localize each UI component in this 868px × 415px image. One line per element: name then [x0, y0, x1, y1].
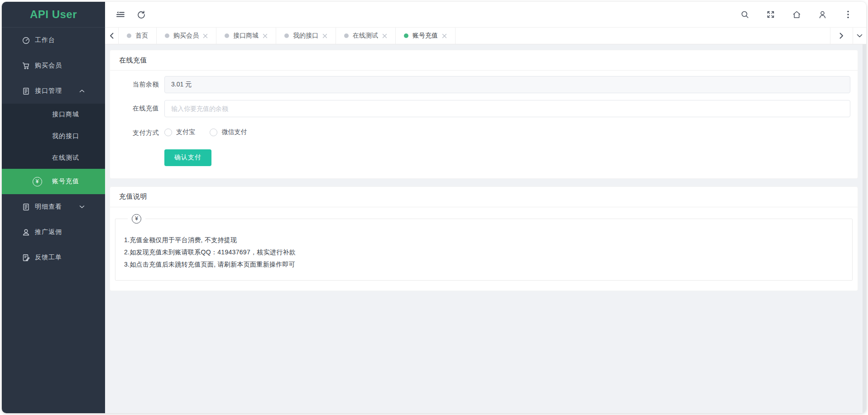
yen-circle-icon: ¥ [128, 214, 145, 224]
recharge-form: 当前余额 在线充值 支付方式 [110, 71, 858, 178]
sidebar-item-label: 在线测试 [52, 154, 79, 162]
radio-circle-icon [164, 129, 172, 136]
sidebar-item-label: 工作台 [35, 36, 55, 44]
home-icon[interactable] [792, 10, 801, 19]
tab-status-dot [165, 33, 169, 38]
tab-account-recharge[interactable]: 账号充值 [396, 28, 456, 44]
radio-label: 支付宝 [176, 128, 195, 136]
sidebar-item-label: 反馈工单 [35, 253, 62, 262]
sidebar-item-account-recharge[interactable]: ¥ 账号充值 [2, 169, 105, 194]
content-scrollbar[interactable] [863, 44, 866, 413]
chevron-down-icon [79, 205, 85, 209]
sidebar: API User 工作台 购买会员 接口管理 接口商城 [2, 2, 105, 413]
feedback-icon [22, 254, 30, 262]
chevron-up-icon [79, 89, 85, 93]
note-line-2: 2.如发现充值未到账请联系QQ：419437697，核实进行补款 [124, 246, 843, 258]
confirm-payment-button[interactable]: 确认支付 [164, 149, 211, 166]
tab-label: 接口商城 [233, 32, 259, 40]
tab-home[interactable]: 首页 [119, 28, 157, 44]
sidebar-item-label: 购买会员 [35, 62, 62, 70]
search-icon[interactable] [740, 10, 749, 19]
yen-circle-icon: ¥ [33, 177, 42, 186]
user-avatar-icon[interactable] [818, 10, 827, 19]
tab-label: 账号充值 [412, 32, 438, 40]
tab-status-dot [127, 33, 131, 38]
sidebar-item-label: 账号充值 [52, 177, 79, 186]
sidebar-item-label: 明细查看 [35, 203, 62, 211]
sidebar-item-label: 推广返佣 [35, 228, 62, 236]
sidebar-item-workbench[interactable]: 工作台 [2, 28, 105, 53]
card-title: 充值说明 [110, 187, 858, 207]
sidebar-item-label: 接口商城 [52, 110, 79, 119]
amount-label: 在线充值 [110, 105, 164, 113]
tab-label: 在线测试 [353, 32, 378, 40]
tab-my-apis[interactable]: 我的接口 [276, 28, 336, 44]
close-icon[interactable] [203, 33, 208, 38]
list-icon [22, 203, 30, 211]
payment-method-label: 支付方式 [110, 129, 164, 137]
wechat-pay-radio[interactable]: 微信支付 [210, 128, 247, 136]
tab-bar: 首页 购买会员 接口商城 我的接口 [105, 27, 866, 44]
current-balance-field[interactable] [164, 76, 850, 93]
sidebar-item-promotion-rebate[interactable]: 推广返佣 [2, 219, 105, 245]
top-bar [105, 2, 866, 27]
sidebar-item-label: 我的接口 [52, 132, 79, 140]
online-recharge-card: 在线充值 当前余额 在线充值 [110, 50, 858, 179]
cart-icon [22, 62, 30, 70]
fullscreen-icon[interactable] [766, 10, 775, 19]
notes-box: ¥ 1.充值金额仅用于平台消费, 不支持提现 2.如发现充值未到账请联系QQ：4… [115, 219, 853, 281]
tab-buy-membership[interactable]: 购买会员 [157, 28, 216, 44]
sidebar-item-feedback-ticket[interactable]: 反馈工单 [2, 245, 105, 270]
main-area: 首页 购买会员 接口商城 我的接口 [105, 2, 866, 413]
tab-api-store[interactable]: 接口商城 [216, 28, 276, 44]
tab-status-dot [225, 33, 229, 38]
collapse-sidebar-icon[interactable] [116, 10, 125, 19]
content-area: 在线充值 当前余额 在线充值 [105, 44, 866, 413]
more-kebab-icon[interactable] [844, 10, 853, 19]
card-title: 在线充值 [110, 50, 858, 71]
sidebar-item-api-store[interactable]: 接口商城 [2, 104, 105, 125]
tab-label: 购买会员 [173, 32, 199, 40]
app-window: API User 工作台 购买会员 接口管理 接口商城 [2, 2, 866, 413]
submenu-api-management: 接口商城 我的接口 在线测试 ¥ 账号充值 [2, 104, 105, 194]
sidebar-item-details-view[interactable]: 明细查看 [2, 194, 105, 219]
user-icon [22, 229, 30, 236]
tabs-scroll-right-button[interactable] [830, 28, 853, 44]
tabs-scroll-left-button[interactable] [105, 28, 119, 44]
app-logo: API User [2, 2, 105, 28]
close-icon[interactable] [322, 33, 327, 38]
document-icon [22, 87, 30, 95]
tab-status-dot [284, 33, 289, 38]
close-icon[interactable] [382, 33, 387, 38]
alipay-radio[interactable]: 支付宝 [164, 128, 195, 136]
note-line-3: 3.如点击充值后未跳转充值页面, 请刷新本页面重新操作即可 [124, 258, 843, 271]
radio-label: 微信支付 [221, 128, 247, 136]
recharge-amount-field[interactable] [164, 100, 850, 117]
recharge-notes-card: 充值说明 ¥ 1.充值金额仅用于平台消费, 不支持提现 2.如发现充值未到账请联… [110, 186, 858, 291]
sidebar-item-my-apis[interactable]: 我的接口 [2, 125, 105, 147]
sidebar-item-label: 接口管理 [35, 87, 62, 95]
sidebar-item-api-management[interactable]: 接口管理 [2, 78, 105, 104]
radio-circle-icon [210, 129, 217, 136]
close-icon[interactable] [442, 33, 447, 38]
refresh-icon[interactable] [137, 10, 146, 19]
tabs-menu-dropdown-button[interactable] [853, 28, 866, 44]
close-icon[interactable] [263, 33, 268, 38]
tab-online-test[interactable]: 在线测试 [336, 28, 396, 44]
tab-status-dot [344, 33, 349, 38]
sidebar-item-online-test[interactable]: 在线测试 [2, 147, 105, 169]
tab-label: 首页 [135, 32, 148, 40]
tab-label: 我的接口 [293, 32, 318, 40]
sidebar-item-buy-membership[interactable]: 购买会员 [2, 53, 105, 78]
balance-label: 当前余额 [110, 81, 164, 89]
note-line-1: 1.充值金额仅用于平台消费, 不支持提现 [124, 234, 843, 246]
dashboard-icon [22, 37, 30, 44]
tab-status-dot [404, 33, 408, 38]
